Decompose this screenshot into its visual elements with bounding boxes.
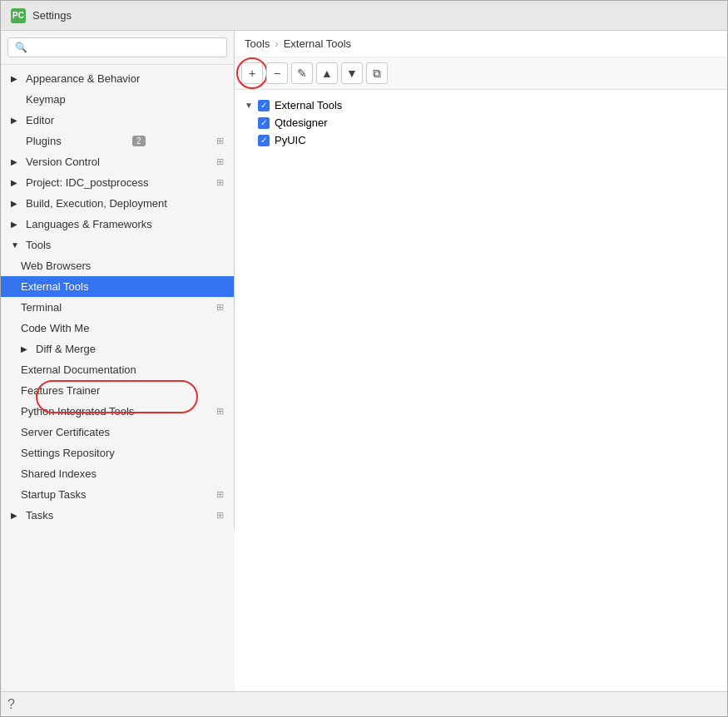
sidebar-list: ▶ Appearance & Behavior Keymap ▶ Editor <box>1 65 234 529</box>
settings-icon: ⊞ <box>216 177 224 188</box>
sidebar-item-label: Shared Indexes <box>21 467 97 480</box>
tree-item-pyuic[interactable]: PyUIC <box>241 131 721 149</box>
sidebar-item-editor[interactable]: ▶ Editor <box>1 110 234 131</box>
sidebar-item-shared-indexes[interactable]: Shared Indexes <box>1 463 234 484</box>
sidebar-item-label: Python Integrated Tools <box>21 405 134 418</box>
sidebar-item-server-certs[interactable]: Server Certificates <box>1 422 234 443</box>
sidebar-item-web-browsers[interactable]: Web Browsers <box>1 255 234 276</box>
chevron-icon: ▶ <box>11 511 21 520</box>
tree-chevron-icon: ▼ <box>245 101 253 110</box>
sidebar-item-label: External Tools <box>21 280 88 293</box>
app-icon: PC <box>11 8 26 23</box>
sidebar-item-startup-tasks[interactable]: Startup Tasks ⊞ <box>1 484 234 505</box>
tree-item-label: External Tools <box>275 99 342 111</box>
settings-icon: ⊞ <box>216 406 224 417</box>
tree-item-qtdesigner[interactable]: Qtdesigner <box>241 114 721 131</box>
checkbox-external-tools[interactable] <box>258 100 270 111</box>
sidebar-item-label: Editor <box>26 114 54 126</box>
right-panel: Tools › External Tools + − ✎ ▲ ▼ ⧉ <box>235 31 727 691</box>
sidebar-item-label: Tools <box>26 239 51 251</box>
chevron-icon: ▶ <box>11 116 21 125</box>
move-up-button[interactable]: ▲ <box>316 62 338 84</box>
sidebar-item-python-tools[interactable]: Python Integrated Tools ⊞ <box>1 401 234 422</box>
sidebar-item-diff-merge[interactable]: ▶ Diff & Merge <box>1 339 234 359</box>
sidebar-item-tasks[interactable]: ▶ Tasks ⊞ <box>1 505 234 526</box>
settings-icon: ⊞ <box>216 136 224 146</box>
chevron-icon: ▶ <box>21 344 31 354</box>
sidebar-item-features-trainer[interactable]: Features Trainer <box>1 380 234 401</box>
sidebar-item-label: Plugins <box>26 135 62 147</box>
breadcrumb-current: External Tools <box>284 37 351 50</box>
move-down-button[interactable]: ▼ <box>341 62 363 84</box>
sidebar-item-label: External Documentation <box>21 363 136 376</box>
sidebar-item-label: Web Browsers <box>21 260 91 272</box>
search-bar <box>1 31 234 65</box>
sidebar: ▶ Appearance & Behavior Keymap ▶ Editor <box>1 31 235 529</box>
add-button[interactable]: + <box>241 62 263 84</box>
sidebar-item-label: Diff & Merge <box>36 343 96 355</box>
checkbox-qtdesigner[interactable] <box>258 117 270 129</box>
sidebar-item-external-tools[interactable]: External Tools <box>1 276 234 297</box>
sidebar-item-label: Tasks <box>26 509 53 522</box>
sidebar-item-appearance[interactable]: ▶ Appearance & Behavior <box>1 68 234 89</box>
sidebar-item-project[interactable]: ▶ Project: IDC_postprocess ⊞ <box>1 172 234 193</box>
window-title: Settings <box>32 9 72 22</box>
sidebar-item-tools[interactable]: ▼ Tools <box>1 235 234 255</box>
tree-item-label: Qtdesigner <box>275 116 328 129</box>
sidebar-item-terminal[interactable]: Terminal ⊞ <box>1 297 234 318</box>
sidebar-item-label: Features Trainer <box>21 384 100 397</box>
sidebar-item-code-with-me[interactable]: Code With Me <box>1 318 234 339</box>
sidebar-item-label: Code With Me <box>21 322 89 334</box>
sidebar-item-keymap[interactable]: Keymap <box>1 89 234 110</box>
sidebar-item-settings-repo[interactable]: Settings Repository <box>1 443 234 463</box>
copy-button[interactable]: ⧉ <box>366 62 388 84</box>
sidebar-wrapper: ▶ Appearance & Behavior Keymap ▶ Editor <box>1 31 235 691</box>
settings-window: PC Settings ▶ Appearance & Behavior <box>0 0 728 717</box>
chevron-down-icon: ▼ <box>11 240 21 250</box>
chevron-icon: ▶ <box>11 157 21 166</box>
title-bar: PC Settings <box>1 1 727 31</box>
tree-area: ▼ External Tools Qtdesigner PyUIC <box>235 90 727 691</box>
chevron-icon: ▶ <box>11 199 21 208</box>
settings-icon: ⊞ <box>216 302 224 313</box>
checkbox-pyuic[interactable] <box>258 135 270 146</box>
sidebar-item-plugins[interactable]: Plugins 2 ⊞ <box>1 131 234 151</box>
main-content: ▶ Appearance & Behavior Keymap ▶ Editor <box>1 31 727 691</box>
sidebar-item-label: Appearance & Behavior <box>26 72 140 85</box>
sidebar-item-label: Server Certificates <box>21 426 110 438</box>
sidebar-item-label: Project: IDC_postprocess <box>26 176 148 189</box>
settings-icon: ⊞ <box>216 156 224 167</box>
sidebar-item-label: Settings Repository <box>21 447 115 459</box>
edit-button[interactable]: ✎ <box>291 62 313 84</box>
tree-item-label: PyUIC <box>275 134 306 146</box>
remove-button[interactable]: − <box>266 62 288 84</box>
breadcrumb-root: Tools <box>245 37 270 50</box>
sidebar-item-version-control[interactable]: ▶ Version Control ⊞ <box>1 151 234 172</box>
toolbar: + − ✎ ▲ ▼ ⧉ <box>235 57 727 90</box>
search-input[interactable] <box>7 37 227 57</box>
chevron-icon: ▶ <box>11 178 21 187</box>
sidebar-item-label: Version Control <box>26 156 100 168</box>
plugins-badge: 2 <box>132 136 146 146</box>
sidebar-item-label: Terminal <box>21 301 62 314</box>
bottom-bar: ? <box>1 691 727 716</box>
help-icon[interactable]: ? <box>7 697 15 712</box>
sidebar-item-label: Keymap <box>26 93 66 106</box>
add-btn-wrapper: + <box>241 62 263 84</box>
settings-icon: ⊞ <box>216 489 224 500</box>
sidebar-item-label: Languages & Frameworks <box>26 218 152 230</box>
breadcrumb: Tools › External Tools <box>235 31 727 57</box>
chevron-icon: ▶ <box>11 74 21 83</box>
sidebar-item-external-doc[interactable]: External Documentation <box>1 359 234 380</box>
sidebar-item-languages[interactable]: ▶ Languages & Frameworks <box>1 214 234 235</box>
breadcrumb-separator: › <box>275 37 278 50</box>
tree-item-external-tools-group[interactable]: ▼ External Tools <box>241 96 721 114</box>
sidebar-item-build[interactable]: ▶ Build, Execution, Deployment <box>1 193 234 214</box>
chevron-icon: ▶ <box>11 220 21 229</box>
settings-icon: ⊞ <box>216 510 224 521</box>
sidebar-item-label: Startup Tasks <box>21 488 87 501</box>
sidebar-item-label: Build, Execution, Deployment <box>26 197 167 210</box>
